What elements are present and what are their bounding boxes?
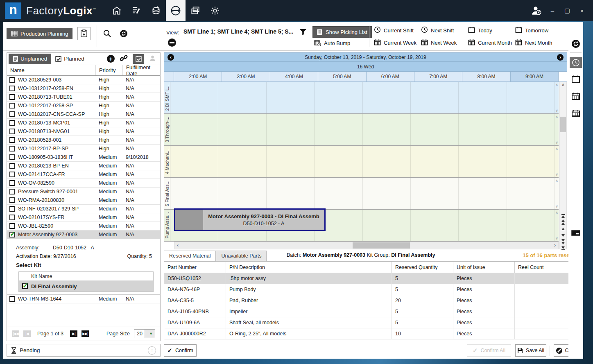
work-order-row[interactable]: WO-RMA-20180830MediumN/A — [7, 196, 160, 205]
gantt-cell[interactable] — [315, 114, 362, 145]
scroll-up-icon[interactable]: ∧ — [560, 82, 566, 87]
row-expand-up-icon[interactable]: ∧ — [555, 115, 558, 119]
gantt-cell[interactable] — [218, 114, 266, 145]
day-header[interactable]: 16 Wed — [164, 62, 567, 72]
time-column-header[interactable]: 3:00 AM — [222, 72, 270, 81]
gantt-up-icon[interactable] — [560, 226, 566, 231]
page-size-select[interactable]: 20 ▼ — [134, 329, 155, 338]
range-button-tomorrow[interactable]: Tomorrow — [515, 25, 562, 36]
row-expand-down-icon[interactable]: ∨ — [555, 140, 558, 145]
row-expand-down-icon[interactable]: ∨ — [555, 204, 558, 208]
col-unit-of-issue[interactable]: Unit of Issue — [453, 262, 514, 273]
scheduling-icon[interactable] — [166, 0, 186, 21]
gantt-cell[interactable] — [411, 82, 459, 113]
parts-table-row[interactable]: D50-USQ1052.5hp motor assy5Pieces1 — [164, 273, 583, 284]
work-order-checkbox[interactable] — [9, 86, 15, 91]
collapse-panel-icon[interactable]: ↑ — [148, 346, 156, 355]
gantt-cell[interactable] — [411, 114, 459, 145]
gantt-cell[interactable] — [507, 178, 555, 209]
remove-view-icon[interactable] — [168, 38, 176, 47]
assign-user-icon[interactable] — [149, 55, 156, 63]
refresh-schedule-icon[interactable] — [568, 37, 583, 51]
next-page-button[interactable]: ▶| — [70, 330, 77, 337]
column-name[interactable]: Name — [7, 67, 95, 73]
planned-filter-toggle-icon[interactable] — [133, 54, 144, 64]
work-order-row[interactable]: WO-20180713-TUBE01HighN/A — [7, 93, 160, 102]
tab-reserved-material[interactable]: Reserved Material — [164, 251, 216, 261]
work-order-row[interactable]: Pressure Switch 927-0001MediumN/A — [7, 188, 160, 196]
scroll-right-icon[interactable]: › — [552, 242, 558, 249]
range-button-next-month[interactable]: Next Month — [515, 37, 562, 48]
gantt-cell[interactable] — [315, 178, 362, 209]
scroll-left-icon[interactable]: ‹ — [174, 242, 181, 249]
time-column-header[interactable]: 7:00 AM — [414, 72, 462, 81]
reports-icon[interactable] — [186, 0, 205, 21]
filter-funnel-icon[interactable] — [299, 28, 307, 36]
work-order-checkbox[interactable] — [9, 206, 15, 212]
add-work-order-icon[interactable]: + — [107, 55, 115, 63]
tab-unplanned[interactable]: Unplanned — [9, 54, 51, 64]
clipboard-button[interactable] — [77, 27, 91, 40]
work-order-checkbox[interactable] — [9, 137, 15, 143]
gantt-cell[interactable] — [507, 210, 555, 241]
row-expand-down-icon[interactable]: ∨ — [555, 236, 558, 240]
parts-table-header[interactable]: Part Number P/N Description Reserved Qua… — [164, 262, 583, 273]
work-order-row[interactable]: WO-20180713-NVG01HighN/A — [7, 127, 160, 136]
column-fulfillment-date[interactable]: Fulfillment Date — [122, 65, 160, 75]
gantt-cell[interactable] — [459, 210, 507, 241]
first-page-button[interactable]: |◀◀ — [12, 330, 19, 337]
gantt-cell[interactable] — [267, 82, 315, 113]
gantt-cell[interactable] — [267, 114, 315, 145]
parts-table-row[interactable]: DAA-C35-5Pad, Rubber20Pieces1 — [164, 295, 583, 306]
last-page-button[interactable]: ▶▶| — [81, 330, 89, 337]
work-order-checkbox[interactable] — [9, 94, 15, 100]
time-column-header[interactable]: 6:00 AM — [367, 72, 414, 81]
parts-table-row[interactable]: DAA-U109-6AShaft Seal, all models5Pieces… — [164, 317, 583, 328]
parts-table-row[interactable]: DAA-N76-46PPump Body5Pieces1 — [164, 284, 583, 295]
work-order-row[interactable]: WO-021417CCA-FRMediumN/A — [7, 170, 160, 179]
work-order-row[interactable]: WO-20180529-003HighN/A — [7, 76, 160, 84]
link-work-order-icon[interactable] — [120, 54, 128, 63]
work-order-checkbox[interactable] — [9, 146, 15, 151]
gantt-cell[interactable] — [459, 178, 507, 209]
gantt-cell[interactable] — [315, 82, 362, 113]
work-order-checkbox[interactable] — [9, 223, 15, 229]
gantt-down-icon[interactable] — [560, 233, 566, 238]
work-order-checkbox[interactable] — [9, 77, 15, 83]
shift-view-icon[interactable] — [570, 57, 582, 68]
gantt-cell[interactable] — [363, 82, 411, 113]
row-expand-up-icon[interactable]: ∧ — [555, 83, 558, 87]
gantt-cell[interactable] — [411, 210, 459, 241]
gantt-row-label[interactable]: 2 DI SMT L... — [164, 82, 170, 113]
work-order-checkbox[interactable] — [9, 103, 15, 109]
work-orders-icon[interactable] — [127, 0, 146, 21]
gantt-cell[interactable] — [218, 178, 266, 209]
gantt-cell[interactable] — [315, 146, 362, 177]
gantt-cell[interactable] — [363, 210, 411, 241]
work-order-checkbox[interactable] — [9, 197, 15, 203]
work-order-column-headers[interactable]: Name Priority Fulfillment Date — [7, 65, 160, 76]
gantt-cell[interactable] — [218, 82, 266, 113]
gantt-cell[interactable] — [363, 114, 411, 145]
work-order-row[interactable]: WO-021017SYS-FRMediumN/A — [7, 213, 160, 222]
prev-week-icon[interactable]: ‹ — [167, 54, 174, 61]
logout-user-icon[interactable] — [530, 5, 542, 17]
row-expand-down-icon[interactable]: ∨ — [555, 109, 558, 113]
time-column-header[interactable]: 9:00 AM — [511, 72, 559, 81]
maximize-button[interactable]: ▢ — [563, 7, 572, 14]
work-order-checkbox[interactable] — [9, 232, 15, 237]
range-button-current-week[interactable]: Current Week — [374, 37, 421, 48]
parts-table-row[interactable]: DAA-J105-40PNBImpeller5Pieces1 — [164, 306, 583, 317]
gantt-row-label[interactable]: 4 Mechani... — [164, 146, 170, 177]
gantt-cell[interactable] — [267, 146, 315, 177]
work-order-checkbox[interactable] — [9, 296, 15, 302]
scheduled-task-block[interactable]: Motor Assembly 927-0003 - DI Final Assem… — [174, 208, 326, 231]
view-value[interactable]: SMT Line 1; SMT Line 4; SMT Line 5; S... — [183, 28, 300, 35]
materials-icon[interactable] — [146, 0, 166, 21]
confirm-button[interactable]: ✓ Confirm — [164, 344, 197, 357]
panel-toggle-icon[interactable] — [568, 226, 583, 240]
col-reserved-quantity[interactable]: Reserved Quantity — [392, 262, 453, 273]
next-week-icon[interactable]: › — [557, 54, 564, 61]
work-order-row[interactable]: WO-10312017-0258-ENHighN/A — [7, 84, 160, 93]
row-expand-up-icon[interactable]: ∧ — [555, 210, 558, 215]
